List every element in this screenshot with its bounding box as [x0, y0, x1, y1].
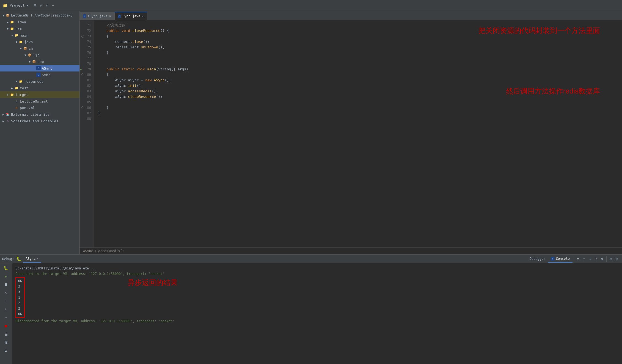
- debug-pause-btn[interactable]: ⏸: [2, 281, 10, 288]
- tab-bar: C ASync.java ✕ C Sync.java ✕: [80, 11, 622, 20]
- debug-tab-close-icon[interactable]: ✕: [37, 257, 38, 260]
- sidebar-item-lettuceqs-iml[interactable]: ▶ ⊟ LettuceQs.iml: [0, 98, 79, 104]
- sidebar-item-label: .idea: [15, 20, 26, 24]
- console-line-3-1: 3: [18, 284, 22, 289]
- toolbar-grid-btn[interactable]: ⊞: [608, 256, 614, 262]
- sidebar-item-label: src: [15, 27, 22, 31]
- sidebar-item-label: target: [15, 93, 28, 97]
- title-bar-left: 📁 Project ▼ ⊞ ⇄ ⚙ −: [3, 3, 54, 8]
- sidebar-item-src[interactable]: ▼ 📁 src: [0, 25, 79, 32]
- line-num-79: ▶ 79: [80, 67, 93, 72]
- line-num-82: 82: [80, 83, 93, 89]
- sidebar-item-sync[interactable]: ▶ C Sync: [0, 71, 79, 78]
- code-line-82: aSync.init();: [98, 83, 618, 89]
- debug-tab-async[interactable]: ASync ✕: [23, 255, 41, 263]
- debug-stop-btn[interactable]: ■: [2, 322, 10, 329]
- diff-icon[interactable]: ⇄: [40, 3, 42, 7]
- line-num-83: 83: [80, 89, 93, 94]
- sidebar-item-cn[interactable]: ▼ 📦 cn: [0, 45, 79, 52]
- line-num-86: 86: [80, 105, 93, 111]
- package-icon: 📦: [23, 46, 27, 51]
- tab-console[interactable]: ▶ Console: [548, 255, 573, 263]
- sidebar-item-app[interactable]: ▼ 📦 app: [0, 58, 79, 65]
- tab-debugger[interactable]: Debugger: [527, 255, 548, 263]
- debug-print-btn[interactable]: 🖨: [2, 330, 10, 338]
- sidebar-item-label: app: [37, 60, 44, 64]
- chevron-right-icon: ▶: [1, 120, 5, 123]
- toolbar-up-btn[interactable]: ⬆: [581, 256, 587, 262]
- sidebar-item-label: Sync: [42, 73, 50, 77]
- line-num-85: 85: [80, 100, 93, 105]
- breadcrumb-method: accessRedis(): [98, 249, 124, 253]
- java-icon: C: [83, 14, 86, 18]
- sidebar-item-label: pom.xml: [20, 106, 35, 110]
- folder-icon: 📁: [14, 33, 19, 37]
- separator2: [606, 256, 607, 262]
- breadcrumb-file: ASync: [83, 249, 93, 253]
- tab-close-icon[interactable]: ✕: [109, 14, 111, 18]
- project-label[interactable]: Project: [10, 3, 25, 7]
- code-content[interactable]: //关闭资源 public void closeResource() { { c…: [93, 20, 622, 247]
- folder-icon: 📁: [19, 79, 23, 84]
- debug-force-step-btn[interactable]: ⬇: [2, 306, 10, 313]
- sidebar-item-label: resources: [24, 79, 43, 84]
- sidebar-item-label: Scratches and Consoles: [11, 119, 58, 123]
- iml-file-icon: ⊟: [14, 99, 19, 103]
- line-num-88: 88: [80, 116, 93, 122]
- debug-settings-btn[interactable]: ⚙: [2, 347, 10, 354]
- tab-async[interactable]: C ASync.java ✕: [80, 12, 115, 20]
- sidebar-item-lettuceqs[interactable]: ▼ 📦 LettuceQs F:\myCode\crazyCode\S: [0, 12, 79, 19]
- java-file-icon: C: [36, 66, 41, 70]
- sidebar-item-target[interactable]: ▶ 📁 target: [0, 91, 79, 98]
- sidebar-item-async[interactable]: ▶ C ASync: [0, 65, 79, 71]
- title-dropdown-icon[interactable]: ▼: [27, 4, 29, 7]
- line-numbers: 71 72 73 74 75 76 77 78 ▶ 79: [80, 20, 93, 247]
- console-line-disconnected: Disconnected from the target VM, address…: [15, 318, 619, 324]
- toolbar-settings-btn[interactable]: ⊡: [614, 256, 620, 262]
- debug-label: Debug:: [2, 257, 14, 261]
- sidebar-item-idea[interactable]: ▶ 📁 .idea: [0, 19, 79, 25]
- target-folder-icon: 📁: [10, 92, 14, 97]
- sidebar-item-java[interactable]: ▼ 📁 java: [0, 38, 79, 45]
- console-line-ok2: OK: [18, 311, 22, 317]
- debug-tab-bar: Debug: 🐛 ASync ✕ Debugger ▶ Console ≡ ⬆ …: [0, 255, 622, 263]
- debug-step-out-btn[interactable]: ↑: [2, 314, 10, 321]
- sidebar-item-main[interactable]: ▼ 📁 main: [0, 32, 79, 38]
- debug-clear-btn[interactable]: 🗑: [2, 339, 10, 346]
- console-output[interactable]: E:\install\JDK11\install\bin\java.exe ..…: [12, 263, 622, 364]
- debug-step-over-btn[interactable]: ↷: [2, 289, 10, 296]
- toolbar-down-btn[interactable]: ⬇: [587, 256, 593, 262]
- sidebar-item-scratches[interactable]: ▶ ✎ Scratches and Consoles: [0, 118, 79, 124]
- debug-bug-btn[interactable]: 🐛: [2, 264, 10, 272]
- debug-annotation: 异步返回的结果: [128, 280, 178, 285]
- toolbar-split-btn[interactable]: ⇅: [599, 256, 605, 262]
- line-num-87: 87: [80, 111, 93, 116]
- chevron-down-icon: ▼: [27, 60, 32, 63]
- chevron-right-icon: ▶: [10, 87, 14, 90]
- settings-icon[interactable]: ⚙: [46, 3, 48, 7]
- minimize-icon[interactable]: −: [52, 3, 54, 7]
- sidebar-item-test[interactable]: ▶ 📁 test: [0, 85, 79, 91]
- sidebar-item-ext-libs[interactable]: ▶ 📚 External Libraries: [0, 111, 79, 118]
- debug-resume-btn[interactable]: ▶: [2, 273, 10, 280]
- sidebar-item-resources[interactable]: ▶ 📁 resources: [0, 78, 79, 85]
- layout-icon[interactable]: ⊞: [34, 3, 36, 7]
- sidebar-item-ljh[interactable]: ▼ 📦 ljh: [0, 52, 79, 58]
- toolbar-up2-btn[interactable]: ↑: [593, 256, 599, 262]
- debug-step-into-btn[interactable]: ↓: [2, 297, 10, 305]
- debug-session-icon: 🐛: [16, 256, 22, 261]
- code-line-79: public static void main(String[] args): [98, 67, 618, 72]
- toolbar-menu-btn[interactable]: ≡: [575, 256, 581, 262]
- tab-sync[interactable]: C Sync.java ✕: [115, 12, 147, 20]
- breadcrumb-separator: ›: [95, 249, 97, 253]
- sidebar-item-label: ljh: [33, 53, 39, 57]
- tab-close-icon[interactable]: ✕: [142, 15, 144, 18]
- title-bar: 📁 Project ▼ ⊞ ⇄ ⚙ −: [0, 0, 622, 11]
- console-line-3-2: 3: [18, 289, 22, 295]
- line-num-78: 78: [80, 61, 93, 67]
- console-line-2: Connected to the target VM, address: '12…: [15, 271, 619, 277]
- folder-icon: 📁: [19, 40, 23, 44]
- sidebar-item-label: External Libraries: [11, 112, 50, 117]
- line-num-81: 81: [80, 78, 93, 83]
- sidebar-item-pom-xml[interactable]: ▶ ⊡ pom.xml: [0, 104, 79, 111]
